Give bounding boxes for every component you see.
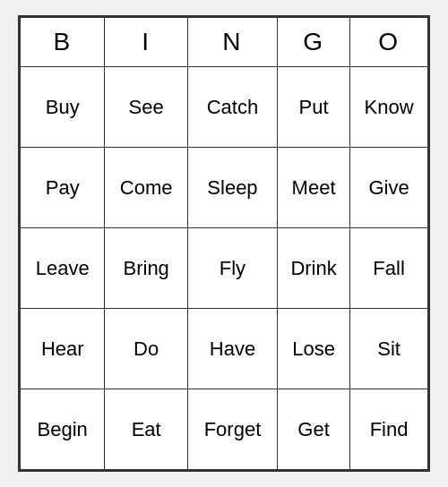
cell-r3-c2: Have	[187, 309, 277, 389]
cell-r4-c0: Begin	[21, 389, 105, 470]
table-row: BeginEatForgetGetFind	[21, 389, 428, 470]
cell-r4-c3: Get	[278, 389, 350, 470]
bingo-table: BINGO BuySeeCatchPutKnowPayComeSleepMeet…	[20, 17, 428, 470]
table-row: BuySeeCatchPutKnow	[21, 67, 428, 148]
cell-r0-c4: Know	[350, 67, 428, 148]
cell-r4-c2: Forget	[187, 389, 277, 470]
cell-r2-c0: Leave	[21, 228, 105, 309]
cell-r2-c1: Bring	[105, 228, 187, 309]
cell-r0-c0: Buy	[21, 67, 105, 148]
bingo-card: BINGO BuySeeCatchPutKnowPayComeSleepMeet…	[18, 15, 430, 472]
cell-r2-c4: Fall	[350, 228, 428, 309]
header-cell-n: N	[187, 18, 277, 67]
cell-r1-c0: Pay	[21, 148, 105, 228]
table-row: LeaveBringFlyDrinkFall	[21, 228, 428, 309]
header-row: BINGO	[21, 18, 428, 67]
cell-r1-c4: Give	[350, 148, 428, 228]
cell-r4-c1: Eat	[105, 389, 187, 470]
cell-r3-c4: Sit	[350, 309, 428, 389]
cell-r3-c3: Lose	[278, 309, 350, 389]
cell-r4-c4: Find	[350, 389, 428, 470]
cell-r0-c1: See	[105, 67, 187, 148]
cell-r0-c2: Catch	[187, 67, 277, 148]
table-row: PayComeSleepMeetGive	[21, 148, 428, 228]
cell-r2-c2: Fly	[187, 228, 277, 309]
cell-r1-c3: Meet	[278, 148, 350, 228]
cell-r2-c3: Drink	[278, 228, 350, 309]
cell-r0-c3: Put	[278, 67, 350, 148]
table-row: HearDoHaveLoseSit	[21, 309, 428, 389]
cell-r3-c1: Do	[105, 309, 187, 389]
header-cell-b: B	[21, 18, 105, 67]
cell-r3-c0: Hear	[21, 309, 105, 389]
header-cell-g: G	[278, 18, 350, 67]
cell-r1-c1: Come	[105, 148, 187, 228]
header-cell-i: I	[105, 18, 187, 67]
header-cell-o: O	[350, 18, 428, 67]
cell-r1-c2: Sleep	[187, 148, 277, 228]
